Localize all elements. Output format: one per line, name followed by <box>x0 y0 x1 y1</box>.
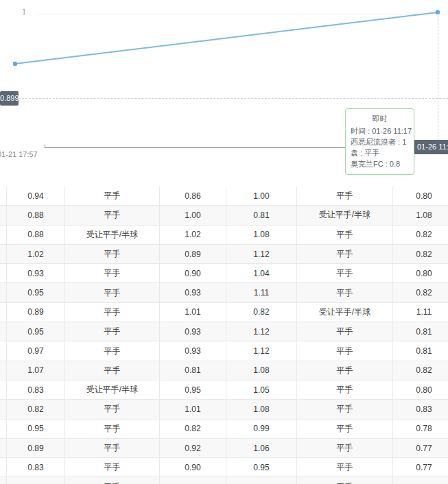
handicap-cell: 平手 <box>297 341 393 360</box>
chart-tooltip: 即时 时间 : 01-26 11:17 西悉尼流浪者 : 1 盘 : 平手 奥克… <box>345 108 414 175</box>
odds-cell: 0.82 <box>393 226 448 244</box>
odds-cell: 1.00 <box>226 186 297 205</box>
crosshair-value-badge: 0.899 <box>0 91 19 106</box>
handicap-cell: 受让平手/半球 <box>65 226 160 244</box>
odds-cell: 0.82 <box>393 361 448 380</box>
odds-cell: 0.95 <box>160 380 226 399</box>
odds-cell <box>393 477 448 484</box>
odds-cell: 0.80 <box>393 186 448 205</box>
odds-cell: 1.08 <box>226 226 297 244</box>
table-row: 0.89平手1.010.82受让平手/半球1.11 <box>0 303 448 322</box>
table-row: 0.95平手0.820.99平手0.78 <box>0 420 448 439</box>
clipped-cell <box>0 439 7 457</box>
x-axis-tick <box>45 145 45 148</box>
odds-history-table: 0.94平手0.861.00平手0.800.88平手1.000.81受让平手/半… <box>0 186 448 484</box>
clipped-cell <box>0 303 7 322</box>
clipped-cell <box>0 283 7 302</box>
odds-cell: 0.88 <box>7 226 65 244</box>
table-row: 0.93平手0.901.04平手0.80 <box>0 264 448 283</box>
handicap-cell: 平手 <box>297 400 393 418</box>
crosshair-vertical-line <box>438 12 438 147</box>
handicap-cell: 平手 <box>65 400 160 418</box>
handicap-cell: 平手 <box>65 264 160 282</box>
odds-cell: 0.93 <box>160 283 226 302</box>
table-row: 0.95平手0.931.12平手0.81 <box>0 322 448 341</box>
odds-cell: 0.89 <box>7 439 65 457</box>
table-row: 0.97平手0.931.12平手0.81 <box>0 341 448 361</box>
crosshair-horizontal-line <box>19 98 448 99</box>
odds-cell <box>226 477 297 484</box>
odds-cell: 0.78 <box>393 420 448 438</box>
odds-cell: 1.06 <box>226 439 297 457</box>
odds-cell: 0.82 <box>393 245 448 263</box>
odds-cell: 1.00 <box>160 206 226 224</box>
odds-cell: 0.93 <box>160 341 226 360</box>
handicap-cell: 平手 <box>297 477 393 484</box>
handicap-cell: 平手 <box>297 283 393 302</box>
odds-cell: 0.82 <box>393 283 448 302</box>
odds-cell: 1.08 <box>393 206 448 224</box>
odds-cell: 0.83 <box>7 458 65 476</box>
odds-cell: 0.80 <box>393 380 448 399</box>
clipped-cell <box>0 245 7 263</box>
handicap-cell: 平手 <box>297 439 393 457</box>
handicap-cell: 平手 <box>65 361 160 380</box>
data-point-start <box>13 62 17 66</box>
odds-cell: 1.12 <box>226 322 297 341</box>
odds-cell: 1.05 <box>226 380 297 399</box>
clipped-cell <box>0 226 7 244</box>
tooltip-away-line: 奥克兰FC : 0.8 <box>351 158 409 169</box>
odds-cell: 0.89 <box>7 303 65 322</box>
handicap-cell: 平手 <box>65 341 160 360</box>
handicap-cell: 平手 <box>65 283 160 302</box>
odds-cell: 0.94 <box>7 186 65 205</box>
table-row: 0.94平手0.861.00平手0.80 <box>0 186 448 206</box>
tooltip-handicap-line: 盘 : 平手 <box>351 147 409 158</box>
odds-cell: 1.11 <box>393 303 448 322</box>
clipped-cell <box>0 322 7 341</box>
odds-line-chart[interactable]: 1 0.899 01-21 17:57 01-26 11:17 即时 时间 : … <box>0 0 448 186</box>
odds-cell: 0.90 <box>160 458 226 476</box>
odds-cell: 1.11 <box>226 283 297 302</box>
table-row: 平手平手 <box>0 477 448 484</box>
odds-cell: 1.01 <box>160 303 226 322</box>
table-row: 0.83受让平手/半球0.951.05平手0.80 <box>0 380 448 400</box>
clipped-cell <box>0 477 7 484</box>
odds-cell: 1.08 <box>226 361 297 380</box>
odds-cell: 1.08 <box>226 400 297 418</box>
handicap-cell: 平手 <box>297 226 393 244</box>
handicap-cell: 平手 <box>65 206 160 224</box>
handicap-cell: 平手 <box>65 477 160 484</box>
handicap-cell: 平手 <box>297 186 393 205</box>
tooltip-time-line: 时间 : 01-26 11:17 <box>351 125 409 136</box>
odds-cell: 0.97 <box>7 341 65 360</box>
odds-cell: 1.12 <box>226 341 297 360</box>
odds-cell: 0.89 <box>160 245 226 263</box>
tooltip-title: 即时 <box>351 113 409 124</box>
odds-cell <box>160 477 226 484</box>
trend-line <box>15 12 438 64</box>
odds-cell <box>7 477 65 484</box>
odds-cell: 0.81 <box>160 361 226 380</box>
odds-cell: 0.83 <box>393 400 448 418</box>
odds-cell: 1.07 <box>7 361 65 380</box>
odds-cell: 0.82 <box>160 420 226 438</box>
handicap-cell: 平手 <box>297 420 393 438</box>
odds-cell: 0.77 <box>393 458 448 476</box>
odds-cell: 1.04 <box>226 264 297 282</box>
handicap-cell: 平手 <box>297 380 393 399</box>
odds-cell: 1.01 <box>160 400 226 418</box>
handicap-cell: 平手 <box>65 322 160 341</box>
odds-cell: 0.81 <box>393 322 448 341</box>
table-row: 1.07平手0.811.08平手0.82 <box>0 361 448 380</box>
odds-cell: 0.95 <box>7 283 65 302</box>
handicap-cell: 平手 <box>65 303 160 322</box>
odds-cell: 0.92 <box>160 439 226 457</box>
handicap-cell: 平手 <box>65 186 160 205</box>
odds-cell: 0.81 <box>393 341 448 360</box>
handicap-cell: 受让平手/半球 <box>297 303 393 322</box>
odds-cell: 0.81 <box>226 206 297 224</box>
odds-cell: 0.93 <box>7 264 65 282</box>
handicap-cell: 平手 <box>65 439 160 457</box>
odds-cell: 0.95 <box>7 322 65 341</box>
